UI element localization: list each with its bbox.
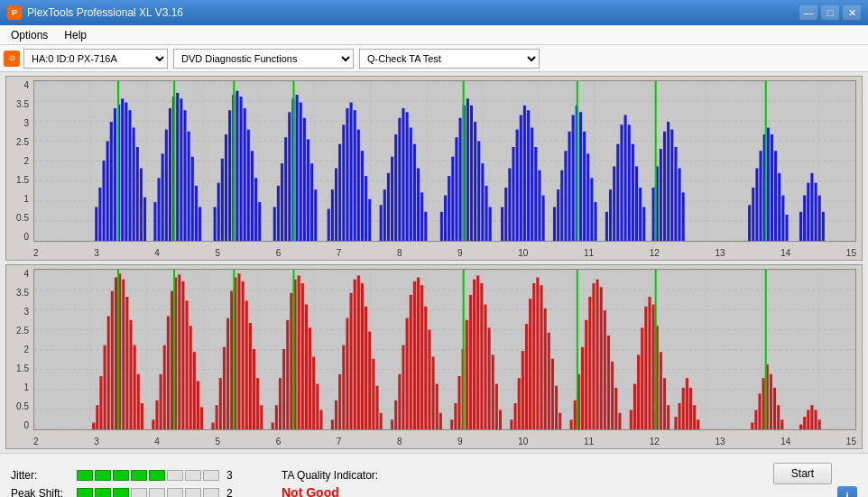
svg-rect-361	[803, 417, 806, 429]
svg-rect-306	[514, 403, 517, 429]
svg-rect-249	[272, 422, 274, 429]
svg-rect-279	[398, 374, 401, 429]
svg-rect-78	[338, 144, 341, 241]
menu-options[interactable]: Options	[4, 27, 55, 43]
svg-rect-291	[450, 419, 453, 429]
svg-rect-262	[319, 410, 322, 429]
menu-help[interactable]: Help	[57, 27, 94, 43]
svg-rect-153	[667, 122, 669, 241]
svg-rect-109	[474, 122, 476, 241]
svg-rect-269	[354, 280, 356, 429]
svg-rect-287	[428, 330, 430, 429]
svg-rect-314	[544, 308, 547, 429]
svg-rect-261	[316, 384, 319, 429]
svg-rect-133	[579, 112, 582, 241]
svg-rect-229	[181, 281, 184, 429]
svg-rect-154	[670, 130, 673, 241]
svg-rect-111	[481, 163, 484, 241]
svg-rect-353	[758, 393, 761, 429]
svg-rect-163	[767, 127, 770, 241]
close-button[interactable]: ✕	[843, 5, 861, 20]
ps-seg-5	[149, 488, 165, 497]
svg-rect-95	[410, 127, 412, 241]
svg-rect-157	[682, 192, 685, 241]
svg-rect-247	[256, 378, 259, 429]
svg-rect-308	[522, 351, 524, 429]
svg-rect-209	[99, 376, 102, 429]
svg-rect-59	[247, 130, 250, 241]
svg-rect-250	[275, 405, 278, 429]
svg-rect-76	[331, 189, 334, 241]
svg-rect-47	[191, 157, 194, 241]
top-chart-panel: 4 3.5 3 2.5 2 1.5 1 0.5 0	[5, 76, 863, 261]
test-dropdown[interactable]: Q-Check TA Test	[359, 49, 540, 69]
svg-rect-30	[121, 98, 124, 241]
svg-rect-284	[417, 278, 420, 429]
svg-rect-35	[140, 169, 143, 241]
jitter-seg-7	[185, 470, 201, 481]
svg-rect-354	[762, 378, 765, 429]
svg-rect-331	[614, 388, 617, 429]
info-button[interactable]: i	[837, 486, 857, 497]
svg-rect-159	[752, 188, 754, 241]
toolbar: ⊙ HA:0 ID:0 PX-716A DVD Diagnostic Funct…	[0, 45, 868, 72]
svg-rect-123	[534, 147, 537, 241]
svg-rect-113	[489, 207, 492, 241]
svg-rect-160	[755, 169, 758, 241]
svg-rect-146	[635, 166, 638, 241]
svg-rect-103	[451, 157, 454, 241]
svg-rect-259	[309, 327, 311, 429]
function-dropdown[interactable]: DVD Diagnostic Functions	[173, 49, 354, 69]
bottom-chart-y-axis: 4 3.5 3 2.5 2 1.5 1 0.5 0	[6, 269, 32, 430]
jitter-label: Jitter:	[11, 469, 69, 482]
svg-rect-158	[748, 205, 751, 241]
svg-rect-338	[648, 297, 651, 429]
start-button[interactable]: Start	[773, 463, 832, 484]
svg-rect-115	[504, 188, 507, 241]
svg-rect-73	[310, 163, 313, 241]
svg-rect-174	[818, 196, 821, 241]
svg-rect-288	[432, 357, 435, 429]
svg-rect-134	[583, 132, 586, 241]
svg-rect-66	[284, 137, 287, 241]
svg-rect-346	[682, 388, 685, 429]
svg-rect-265	[338, 374, 341, 429]
svg-rect-107	[466, 98, 469, 241]
maximize-button[interactable]: □	[821, 5, 839, 20]
svg-rect-144	[628, 124, 631, 241]
svg-rect-311	[532, 283, 535, 429]
svg-rect-302	[492, 354, 494, 429]
svg-rect-310	[529, 299, 531, 429]
svg-rect-325	[592, 283, 595, 429]
device-selector: ⊙ HA:0 ID:0 PX-716A	[4, 49, 168, 69]
svg-rect-357	[773, 388, 776, 429]
svg-rect-360	[799, 425, 802, 429]
top-chart-x-axis: 2 3 4 5 6 7 8 9 10 11 12 13 14 15	[33, 248, 856, 258]
svg-rect-56	[235, 91, 238, 241]
svg-rect-96	[413, 144, 416, 241]
svg-rect-43	[176, 93, 179, 241]
jitter-seg-5	[149, 470, 165, 481]
svg-rect-319	[570, 419, 573, 429]
svg-rect-252	[282, 349, 285, 429]
svg-rect-173	[815, 183, 817, 241]
svg-rect-136	[590, 178, 593, 241]
minimize-button[interactable]: —	[799, 5, 817, 20]
svg-rect-72	[307, 139, 309, 241]
svg-rect-293	[457, 376, 460, 429]
svg-rect-330	[611, 362, 614, 429]
svg-rect-69	[296, 95, 299, 241]
svg-rect-92	[398, 118, 401, 241]
svg-rect-124	[538, 170, 540, 241]
svg-rect-99	[424, 212, 427, 241]
svg-rect-232	[193, 352, 196, 429]
svg-rect-277	[391, 419, 393, 429]
svg-rect-304	[499, 410, 502, 429]
device-dropdown[interactable]: HA:0 ID:0 PX-716A	[23, 49, 168, 69]
svg-rect-274	[372, 359, 374, 429]
svg-rect-28	[114, 108, 116, 241]
svg-rect-101	[444, 196, 447, 241]
svg-rect-89	[387, 173, 390, 241]
svg-rect-87	[380, 205, 383, 241]
svg-rect-118	[516, 130, 519, 241]
